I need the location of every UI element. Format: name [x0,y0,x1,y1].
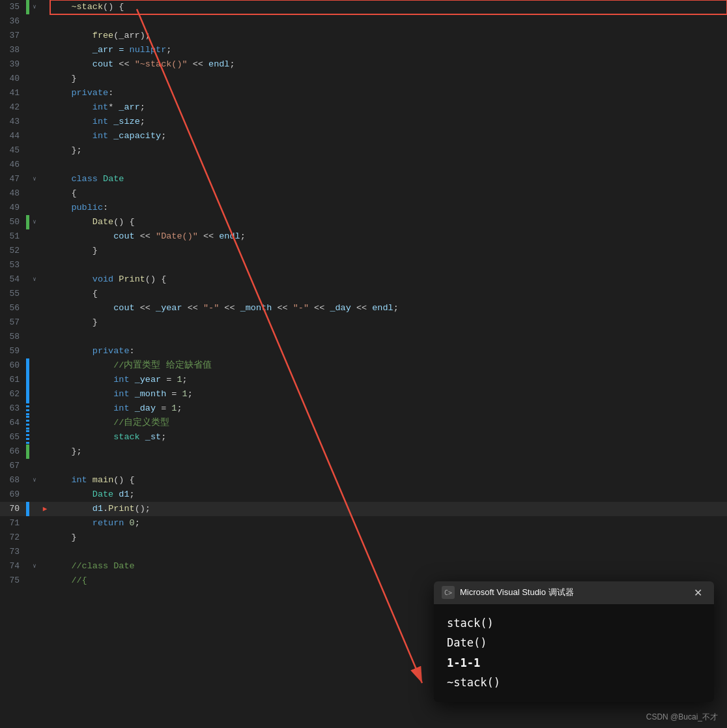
fold-gutter[interactable]: ∨ [29,215,40,229]
code-line-63: 63 int _day = 1; [0,401,727,416]
fold-gutter[interactable]: ∨ [29,0,40,14]
terminal-output-line: stack() [447,613,701,633]
code-line-51: 51 cout << "Date()" << endl; [0,229,727,244]
line-number: 56 [0,301,26,315]
fold-gutter[interactable]: ∨ [29,473,40,488]
line-indicator [26,201,29,215]
line-number: 64 [0,416,26,430]
line-indicator [26,301,29,315]
line-indicator [26,488,29,502]
code-content: //自定义类型 [50,416,727,430]
line-indicator [26,574,29,588]
line-number: 65 [0,430,26,444]
line-number: 52 [0,244,26,258]
code-content: } [50,531,727,545]
line-number: 43 [0,115,26,129]
code-line-60: 60 //内置类型 给定缺省值 [0,358,727,373]
line-indicator [26,531,29,545]
line-number: 57 [0,315,26,330]
fold-gutter[interactable]: ∨ [29,172,40,186]
line-indicator [26,158,29,172]
code-content: d1.Print(); [50,502,727,516]
line-indicator [26,100,29,115]
line-number: 55 [0,287,26,301]
code-line-47: 47∨ class Date [0,172,727,186]
code-line-66: 66 }; [0,444,727,459]
code-content: public: [50,201,727,215]
line-indicator [26,14,29,29]
code-content: int _capacity; [50,129,727,143]
code-content: { [50,186,727,201]
code-content: cout << _year << "-" << _month << "-" <<… [50,301,727,315]
code-line-38: 38 _arr = nullptr; [0,43,727,57]
line-indicator [26,72,29,86]
line-indicator [26,444,29,459]
code-content: int _month = 1; [50,387,727,401]
code-line-35: 35∨ ~stack() { [0,0,727,14]
line-number: 63 [0,401,26,416]
code-line-62: 62 int _month = 1; [0,387,727,401]
code-line-41: 41 private: [0,86,727,100]
line-indicator [26,315,29,330]
code-content [50,258,727,272]
code-content: int _day = 1; [50,401,727,416]
code-line-72: 72 } [0,531,727,545]
code-content: int _year = 1; [50,373,727,387]
terminal-close-button[interactable]: ✕ [690,585,706,600]
code-line-56: 56 cout << _year << "-" << _month << "-"… [0,301,727,315]
code-line-73: 73 [0,545,727,559]
line-number: 71 [0,516,26,531]
line-number: 41 [0,86,26,100]
line-number: 46 [0,158,26,172]
line-number: 37 [0,29,26,43]
code-line-36: 36 [0,14,727,29]
line-indicator [26,545,29,559]
line-indicator [26,401,29,416]
code-content: }; [50,143,727,158]
code-line-67: 67 [0,459,727,473]
code-line-40: 40 } [0,72,727,86]
code-content: cout << "Date()" << endl; [50,229,727,244]
code-line-42: 42 int* _arr; [0,100,727,115]
code-line-74: 74∨ //class Date [0,559,727,574]
code-line-57: 57 } [0,315,727,330]
fold-gutter[interactable]: ∨ [29,272,40,287]
terminal-output-line: Date() [447,633,701,653]
code-content: Date() { [50,215,727,229]
code-line-44: 44 int _capacity; [0,129,727,143]
code-content: _arr = nullptr; [50,43,727,57]
line-indicator [26,416,29,430]
code-content: Date d1; [50,488,727,502]
line-indicator [26,129,29,143]
code-content: //class Date [50,559,727,574]
code-content: } [50,244,727,258]
line-number: 60 [0,358,26,373]
code-line-46: 46 [0,158,727,172]
line-number: 59 [0,344,26,358]
code-content: int* _arr; [50,100,727,115]
code-line-45: 45 }; [0,143,727,158]
code-content: private: [50,344,727,358]
terminal-output-line: 1-1-1 [447,653,701,673]
terminal-header: C> Microsoft Visual Studio 调试器 ✕ [434,581,714,604]
code-line-52: 52 } [0,244,727,258]
code-line-53: 53 [0,258,727,272]
fold-gutter[interactable]: ∨ [29,559,40,574]
line-indicator [26,258,29,272]
watermark: CSDN @Bucai_不才 [646,712,718,723]
code-line-69: 69 Date d1; [0,488,727,502]
code-content: { [50,287,727,301]
line-indicator [26,186,29,201]
line-number: 54 [0,272,26,287]
line-number: 42 [0,100,26,115]
terminal-header-left: C> Microsoft Visual Studio 调试器 [442,586,574,599]
editor-container: 35∨ ~stack() {36 37 free(_arr);38 _arr =… [0,0,727,728]
code-content [50,330,727,344]
code-line-50: 50∨ Date() { [0,215,727,229]
line-number: 45 [0,143,26,158]
line-number: 61 [0,373,26,387]
code-content: int _size; [50,115,727,129]
line-indicator [26,244,29,258]
code-content [50,14,727,29]
line-number: 40 [0,72,26,86]
